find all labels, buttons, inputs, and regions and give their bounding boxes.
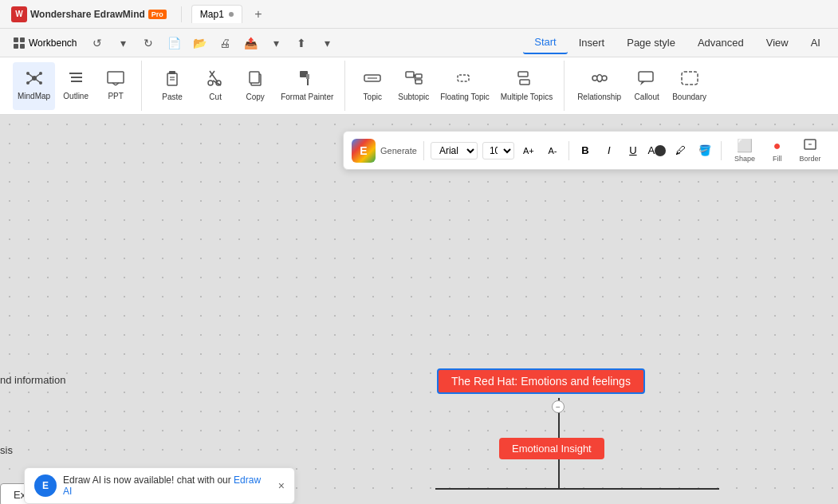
fill-tool[interactable]: ● Fill xyxy=(766,137,789,164)
font-selector[interactable]: Arial xyxy=(431,142,478,159)
ribbon-group-clipboard: Paste Cut Copy xyxy=(144,61,345,111)
left-node-2-label: sis xyxy=(0,444,13,456)
child-node-1-label: Emotional Insight xyxy=(512,443,592,455)
svg-point-11 xyxy=(39,72,42,75)
svg-rect-2 xyxy=(14,44,18,49)
copy-button[interactable]: Copy xyxy=(236,62,274,110)
new-tab-button[interactable]: + xyxy=(249,5,268,24)
font-color-button[interactable]: A xyxy=(647,141,667,160)
open-file-button[interactable]: 📂 xyxy=(188,32,210,54)
font-increase-button[interactable]: A+ xyxy=(519,141,538,160)
boundary-icon xyxy=(680,69,699,91)
undo-button[interactable]: ↺ xyxy=(86,32,108,54)
outline-button[interactable]: Outline xyxy=(57,62,95,110)
svg-rect-16 xyxy=(108,72,124,83)
left-node-1-label: nd information xyxy=(0,374,65,386)
share-button[interactable]: ⬆ xyxy=(290,32,313,54)
notif-text: Edraw AI is now available! chat with our… xyxy=(63,474,272,497)
svg-point-12 xyxy=(39,81,42,85)
tab-label: Map1 xyxy=(200,9,224,20)
boundary-button[interactable]: Boundary xyxy=(667,62,711,110)
subtopic-label: Subtopic xyxy=(398,93,429,102)
italic-button[interactable]: I xyxy=(600,141,619,160)
outline-icon xyxy=(66,70,85,90)
floating-topic-button[interactable]: Floating Topic xyxy=(435,62,494,110)
paint-button[interactable]: 🪣 xyxy=(695,141,714,160)
font-color-icon: A xyxy=(648,144,655,156)
main-node[interactable]: The Red Hat: Emotions and feelings xyxy=(437,368,645,394)
mindmap-button[interactable]: MindMap xyxy=(13,62,55,110)
canvas-background xyxy=(0,115,838,504)
boundary-label: Boundary xyxy=(672,93,706,102)
underline-button[interactable]: U xyxy=(624,141,643,160)
floating-topic-label: Floating Topic xyxy=(440,93,490,102)
border-tool[interactable]: Border xyxy=(793,137,827,164)
ribbon-group-insert: Topic Subtopic Floating Topic xyxy=(347,61,565,111)
nav-insert[interactable]: Insert xyxy=(568,32,616,53)
svg-rect-0 xyxy=(14,37,18,42)
multiple-topics-button[interactable]: Multiple Topics xyxy=(496,62,557,110)
callout-button[interactable]: Callout xyxy=(628,62,666,110)
topic-button[interactable]: Topic xyxy=(353,62,391,110)
export-button[interactable]: 📤 xyxy=(239,32,262,54)
ppt-icon xyxy=(106,70,125,90)
ppt-button[interactable]: PPT xyxy=(96,62,135,110)
cut-icon xyxy=(207,69,224,91)
active-tab[interactable]: Map1 xyxy=(191,5,242,23)
collapse-button[interactable]: − xyxy=(552,400,565,413)
export-arrow[interactable]: ▾ xyxy=(265,32,287,54)
ppt-label: PPT xyxy=(108,92,123,101)
svg-rect-31 xyxy=(306,74,309,79)
mindmap-label: MindMap xyxy=(18,92,50,101)
shape-tool[interactable]: ⬜ Shape xyxy=(728,136,761,164)
canvas-area[interactable]: E Generate Arial 10 A+ A- B I U A 🖊 🪣 ⬜ … xyxy=(0,115,838,504)
connector-h-right xyxy=(558,488,719,490)
subtopic-button[interactable]: Subtopic xyxy=(393,62,434,110)
mindmap-icon xyxy=(25,70,44,90)
format-painter-button[interactable]: Format Painter xyxy=(276,62,338,110)
font-size-selector[interactable]: 10 xyxy=(482,142,514,159)
svg-point-9 xyxy=(26,72,30,75)
highlight-button[interactable]: 🖊 xyxy=(671,141,690,160)
notif-close-button[interactable]: × xyxy=(278,479,285,492)
svg-rect-41 xyxy=(518,72,528,77)
print-button[interactable]: 🖨 xyxy=(214,32,236,54)
connector-h-left xyxy=(435,488,558,490)
child-node-1[interactable]: Emotional Insight xyxy=(499,438,604,459)
nav-ai[interactable]: AI xyxy=(800,32,832,53)
nav-start[interactable]: Start xyxy=(523,31,567,54)
left-node-2[interactable]: sis xyxy=(0,444,13,456)
cut-button[interactable]: Cut xyxy=(196,62,234,110)
app-logo-icon: W xyxy=(11,6,27,22)
redo-button[interactable]: ↻ xyxy=(137,32,159,54)
tab-unsaved-dot xyxy=(229,12,234,17)
more-button[interactable]: ▾ xyxy=(316,32,338,54)
layout-tool[interactable]: ⊞ Layout xyxy=(832,136,838,164)
svg-rect-35 xyxy=(406,72,414,77)
relationship-label: Relationship xyxy=(577,93,621,102)
left-node-1[interactable]: nd information xyxy=(0,374,65,386)
shape-icon: ⬜ xyxy=(737,138,753,153)
font-decrease-button[interactable]: A- xyxy=(543,141,562,160)
title-divider xyxy=(181,6,182,22)
toolbar-row: Workbench ↺ ▾ ↻ 📄 📂 🖨 📤 ▾ ⬆ ▾ Start Inse… xyxy=(0,29,838,57)
border-label: Border xyxy=(799,155,820,163)
nav-view[interactable]: View xyxy=(755,32,800,53)
nav-advanced[interactable]: Advanced xyxy=(687,32,755,53)
notification-bar: E Edraw AI is now available! chat with o… xyxy=(24,467,295,504)
undo-arrow[interactable]: ▾ xyxy=(112,32,134,54)
pro-badge: Pro xyxy=(148,10,167,19)
format-painter-label: Format Painter xyxy=(281,93,333,102)
relationship-button[interactable]: Relationship xyxy=(572,62,626,110)
nav-page-style[interactable]: Page style xyxy=(616,32,687,53)
svg-point-26 xyxy=(208,81,213,85)
multiple-topics-icon xyxy=(517,69,536,91)
svg-rect-1 xyxy=(20,37,25,42)
svg-rect-42 xyxy=(520,80,529,85)
bold-button[interactable]: B xyxy=(576,141,595,160)
new-file-button[interactable]: 📄 xyxy=(163,32,185,54)
paste-button[interactable]: Paste xyxy=(150,62,195,110)
workbench-button[interactable]: Workbench xyxy=(6,33,83,53)
topic-icon xyxy=(363,69,382,91)
nav-menu: Start Insert Page style Advanced View AI xyxy=(523,31,832,54)
